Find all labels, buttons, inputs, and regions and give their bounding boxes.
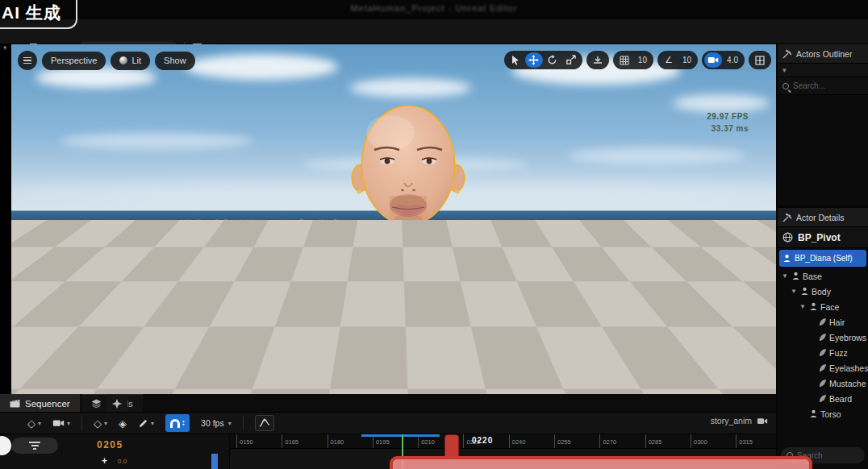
ai-generated-badge: AI 生成 bbox=[0, 0, 77, 29]
tree-row[interactable]: ▼ Beard bbox=[778, 391, 868, 406]
tree-row[interactable]: ▼ Hair bbox=[778, 314, 868, 330]
sequence-breadcrumb[interactable]: story_anim bbox=[711, 416, 768, 425]
perspective-label: Perspective bbox=[51, 56, 97, 65]
watermark-chinese: 技艺学习素材网 bbox=[183, 215, 369, 249]
working-range-bar[interactable] bbox=[361, 434, 440, 437]
level-viewport[interactable]: Perspective Lit Show bbox=[11, 44, 776, 394]
grid-snap-button[interactable] bbox=[616, 52, 633, 68]
maximize-viewport-button[interactable] bbox=[751, 52, 769, 68]
annotation-highlight-box bbox=[390, 456, 812, 469]
ruler-tick: 0255 bbox=[554, 434, 599, 448]
grid-snap-value[interactable]: 10 bbox=[634, 56, 651, 64]
ruler-tick: 0300 bbox=[691, 434, 736, 448]
tree-row[interactable]: ▼ Torso bbox=[778, 406, 868, 421]
frametime-readout: 33.37 ms bbox=[707, 122, 749, 135]
tick-label: 0300 bbox=[694, 438, 707, 446]
toolbar-separator bbox=[81, 416, 82, 430]
scale-tool-button[interactable] bbox=[562, 52, 580, 68]
camera-speed-button[interactable] bbox=[704, 52, 722, 68]
sequence-name: story_anim bbox=[711, 416, 752, 425]
pinned-tab[interactable] bbox=[106, 394, 127, 412]
component-name: Torso bbox=[820, 409, 841, 419]
tick-label: 0150 bbox=[240, 438, 253, 446]
groom-icon bbox=[818, 394, 827, 403]
ruler-tick: 0270 bbox=[599, 434, 645, 448]
person-icon bbox=[791, 272, 800, 280]
move-tool-button[interactable] bbox=[525, 52, 543, 68]
show-dropdown[interactable]: Show bbox=[155, 52, 195, 70]
tab-label: Sequencer bbox=[25, 399, 70, 409]
scale-icon bbox=[565, 55, 576, 65]
tick-label: 0240 bbox=[512, 438, 526, 446]
tree-row[interactable]: ▼ Base bbox=[778, 268, 868, 284]
groom-icon bbox=[818, 318, 827, 326]
edit-mode-button[interactable]: ▾ bbox=[138, 418, 154, 429]
chevron-down-icon[interactable]: ▾ bbox=[3, 44, 7, 52]
expand-caret-icon[interactable]: ▼ bbox=[791, 288, 798, 295]
rotation-snap-button[interactable]: ∠ bbox=[660, 52, 678, 68]
ruler-tick: 0150 bbox=[236, 434, 282, 448]
select-tool-button[interactable] bbox=[507, 52, 524, 68]
surface-snap-button[interactable] bbox=[589, 52, 607, 68]
axis-gizmo bbox=[24, 342, 66, 384]
levels-icon bbox=[91, 399, 102, 408]
pinned-actor-row[interactable]: BP_Pivot bbox=[778, 227, 868, 248]
fps-readout: 29.97 FPS bbox=[707, 110, 749, 122]
outliner-filter-row[interactable]: ▾ bbox=[778, 64, 868, 77]
tree-row[interactable]: ▼ Body bbox=[778, 284, 868, 299]
track-filter-button[interactable] bbox=[11, 438, 58, 454]
tree-row[interactable]: ▼ Eyebrows bbox=[778, 330, 868, 345]
outliner-title: Actors Outliner bbox=[796, 49, 852, 59]
ruler-tick: 0165 bbox=[282, 434, 327, 448]
right-dock: Actors Outliner ▾ Search... Actor Detail… bbox=[776, 44, 868, 469]
current-frame-readout[interactable]: 0205 bbox=[97, 439, 123, 450]
panel-tab[interactable]: Sequencer bbox=[0, 394, 80, 412]
ruler-tick: 0240 bbox=[509, 434, 554, 448]
rotation-snap-value[interactable]: 10 bbox=[678, 56, 695, 64]
snapping-toggle-button[interactable] bbox=[165, 414, 190, 432]
outliner-search[interactable]: Search... bbox=[778, 77, 868, 95]
perspective-dropdown[interactable]: Perspective bbox=[42, 52, 106, 70]
rotate-tool-button[interactable] bbox=[544, 52, 561, 68]
groom-icon bbox=[818, 363, 827, 372]
keyframe-options-button[interactable]: ◇▾ bbox=[94, 417, 107, 430]
component-name: Fuzz bbox=[829, 348, 848, 358]
window-titlebar: MetaHuman_Project - Unreal Editor bbox=[0, 0, 868, 19]
tick-label: 0165 bbox=[285, 438, 298, 446]
selected-component-name: BP_Diana (Self) bbox=[795, 254, 853, 263]
move-icon bbox=[528, 55, 539, 65]
filter-icon bbox=[29, 442, 40, 450]
tree-row[interactable]: ▼ Fuzz bbox=[778, 345, 868, 360]
component-name: Body bbox=[812, 287, 831, 297]
camera-speed-value[interactable]: 4.0 bbox=[723, 56, 742, 64]
tree-row[interactable]: ▼ Mustache bbox=[778, 376, 868, 391]
viewport-menu-button[interactable] bbox=[18, 51, 37, 70]
component-name: Mustache bbox=[829, 379, 866, 388]
curve-editor-button[interactable] bbox=[255, 415, 274, 431]
framerate-value: 30 fps bbox=[201, 418, 224, 428]
window-title: MetaHuman_Project - Unreal Editor bbox=[0, 3, 868, 13]
expand-caret-icon[interactable]: ▼ bbox=[782, 272, 789, 280]
outliner-header[interactable]: Actors Outliner bbox=[778, 44, 868, 64]
expand-caret-icon[interactable]: ▼ bbox=[799, 303, 807, 310]
clapper-icon bbox=[10, 399, 20, 408]
add-track-button[interactable]: + bbox=[102, 455, 107, 467]
outliner-panel: Actors Outliner ▾ Search... bbox=[778, 44, 868, 205]
framerate-dropdown[interactable]: 30 fps ▾ bbox=[201, 418, 232, 428]
track-sub-label: 0.0 bbox=[118, 458, 127, 465]
toggle-knob[interactable] bbox=[0, 436, 11, 455]
lit-dropdown[interactable]: Lit bbox=[111, 52, 150, 70]
tree-row[interactable]: ▼ Face bbox=[778, 299, 868, 314]
tree-row[interactable]: ▼ Eyelashes bbox=[778, 360, 868, 376]
selected-component-row[interactable]: BP_Diana (Self) bbox=[779, 250, 866, 267]
create-camera-button[interactable]: ▾ bbox=[52, 418, 70, 428]
component-name: Eyelashes bbox=[829, 363, 868, 373]
magnet-icon bbox=[170, 419, 180, 428]
camera-icon bbox=[52, 418, 65, 428]
add-keyframe-button[interactable]: ◇▾ bbox=[27, 417, 41, 430]
main-toolbar: ▾ ▾ ▶ ■ ▲ Platforms ▾ bbox=[0, 19, 868, 44]
search-icon bbox=[782, 83, 789, 89]
details-header[interactable]: Actor Details bbox=[778, 208, 868, 227]
timeline-ruler[interactable]: 0150 0165 0180 0195 0210 0225 0240 0255 … bbox=[230, 434, 776, 449]
auto-key-button[interactable]: ◈ bbox=[119, 417, 127, 430]
